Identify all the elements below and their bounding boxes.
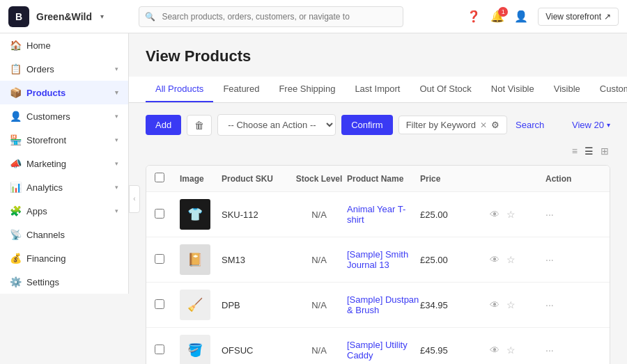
sidebar-item-label: Analytics (26, 182, 109, 193)
product-price: £45.95 (420, 345, 490, 356)
sidebar-item-apps[interactable]: 🧩 Apps ▾ (0, 199, 128, 223)
row-select-checkbox[interactable] (155, 254, 164, 264)
layout: 🏠 Home 📋 Orders ▾ 📦 Products ▾ 👤 Custome… (0, 33, 627, 364)
list-view-compact-button[interactable]: ≡ (571, 144, 579, 158)
sidebar-item-marketing[interactable]: 📣 Marketing ▾ (0, 152, 128, 175)
tab-free-shipping[interactable]: Free Shipping (269, 77, 345, 102)
row-checkbox (155, 209, 180, 221)
more-options-icon[interactable]: ··· (545, 299, 554, 310)
action-icons: 👁 ☆ (490, 345, 545, 356)
row-more: ··· (545, 209, 601, 220)
view-storefront-button[interactable]: View storefront ↗ (538, 8, 619, 26)
product-image: 🧹 (180, 290, 222, 320)
sidebar-item-label: Settings (26, 277, 118, 287)
tab-all-products[interactable]: All Products (146, 77, 213, 102)
help-icon[interactable]: ❓ (467, 10, 481, 23)
filter-label: Filter by Keyword (406, 120, 476, 130)
main-content: View Products All Products Featured Free… (129, 33, 627, 364)
filter-adjust-icon[interactable]: ⚙ (491, 120, 500, 130)
apps-icon: 🧩 (10, 205, 21, 216)
sidebar-item-analytics[interactable]: 📊 Analytics ▾ (0, 175, 128, 199)
account-icon[interactable]: 👤 (514, 10, 528, 23)
product-name: [Sample] Dustpan & Brush (347, 294, 420, 315)
product-image: 📔 (180, 244, 222, 275)
table-row: 👕 SKU-112 N/A Animal Year T-shirt £25.00… (146, 192, 610, 237)
tab-not-visible[interactable]: Not Visible (481, 77, 544, 102)
tab-last-import[interactable]: Last Import (345, 77, 410, 102)
search-button[interactable]: Search (513, 120, 547, 130)
tab-featured[interactable]: Featured (213, 77, 269, 102)
search-input[interactable] (139, 6, 403, 27)
filter-close-icon[interactable]: ✕ (480, 120, 487, 130)
product-name: [Sample] Utility Caddy (347, 340, 420, 361)
product-sku: SKU-112 (222, 209, 291, 220)
tab-custom-views[interactable]: Custom Views (590, 77, 627, 102)
chevron-down-icon: ▾ (115, 113, 118, 120)
add-button[interactable]: Add (146, 115, 181, 135)
view-icon[interactable]: 👁 (490, 345, 500, 356)
view-icon[interactable]: 👁 (490, 299, 500, 310)
row-actions: 👁 ☆ (490, 299, 545, 310)
sidebar-item-settings[interactable]: ⚙️ Settings (0, 270, 128, 294)
sidebar-item-label: Orders (26, 64, 109, 74)
header-sku: Product SKU (222, 174, 291, 184)
sidebar-collapse-button[interactable]: ‹ (129, 185, 140, 213)
confirm-button[interactable]: Confirm (341, 115, 393, 135)
tab-visible[interactable]: Visible (544, 77, 590, 102)
sidebar-item-label: Marketing (26, 159, 109, 169)
sidebar-item-storefront[interactable]: 🏪 Storefront ▾ (0, 128, 128, 152)
stock-level: N/A (291, 255, 347, 265)
row-checkbox (155, 254, 180, 266)
table-row: 🪣 OFSUC N/A [Sample] Utility Caddy £45.9… (146, 328, 610, 364)
stock-level: N/A (291, 300, 347, 310)
sidebar-item-channels[interactable]: 📡 Channels (0, 223, 128, 246)
star-icon[interactable]: ☆ (506, 209, 516, 220)
more-options-icon[interactable]: ··· (545, 209, 554, 220)
product-link[interactable]: Animal Year T-shirt (347, 204, 405, 225)
product-link[interactable]: [Sample] Smith Journal 13 (347, 249, 408, 270)
action-select[interactable]: -- Choose an Action -- (217, 114, 336, 136)
storefront-icon: 🏪 (10, 134, 21, 145)
more-options-icon[interactable]: ··· (545, 345, 554, 356)
more-options-icon[interactable]: ··· (545, 254, 554, 265)
star-icon[interactable]: ☆ (506, 345, 516, 356)
row-actions: 👁 ☆ (490, 345, 545, 356)
notification-badge: 1 (498, 7, 508, 17)
view-count-chevron-icon[interactable]: ▾ (607, 121, 610, 129)
grid-view-button[interactable]: ⊞ (599, 144, 610, 158)
table-header: Image Product SKU Stock Level Product Na… (146, 166, 610, 192)
notifications-icon[interactable]: 🔔 1 (490, 10, 504, 23)
row-select-checkbox[interactable] (155, 299, 164, 309)
chevron-down-icon: ▾ (115, 184, 118, 191)
product-image: 👕 (180, 199, 222, 230)
header-price: Price (420, 174, 490, 184)
sidebar: 🏠 Home 📋 Orders ▾ 📦 Products ▾ 👤 Custome… (0, 33, 129, 294)
chevron-down-icon: ▾ (115, 160, 118, 167)
star-icon[interactable]: ☆ (506, 299, 516, 310)
delete-button[interactable]: 🗑 (187, 115, 212, 136)
search-icon: 🔍 (145, 12, 155, 22)
star-icon[interactable]: ☆ (506, 254, 516, 265)
view-icon[interactable]: 👁 (490, 254, 500, 265)
sidebar-item-orders[interactable]: 📋 Orders ▾ (0, 57, 128, 81)
list-view-button[interactable]: ☰ (583, 144, 595, 158)
product-link[interactable]: [Sample] Utility Caddy (347, 340, 408, 361)
row-more: ··· (545, 299, 601, 310)
sidebar-item-financing[interactable]: 💰 Financing (0, 246, 128, 270)
select-all-checkbox[interactable] (155, 173, 164, 182)
external-link-icon: ↗ (604, 12, 611, 22)
stock-level: N/A (291, 345, 347, 356)
row-select-checkbox[interactable] (155, 209, 164, 219)
action-icons: 👁 ☆ (490, 299, 545, 310)
sidebar-item-customers[interactable]: 👤 Customers ▾ (0, 104, 128, 128)
sidebar-item-home[interactable]: 🏠 Home (0, 33, 128, 57)
sidebar-item-products[interactable]: 📦 Products ▾ (0, 81, 128, 104)
tab-out-of-stock[interactable]: Out Of Stock (410, 77, 481, 102)
products-icon: 📦 (10, 87, 21, 98)
product-link[interactable]: [Sample] Dustpan & Brush (347, 294, 419, 315)
view-count[interactable]: View 20 (572, 120, 604, 130)
row-select-checkbox[interactable] (155, 345, 164, 354)
tabs-bar: All Products Featured Free Shipping Last… (129, 77, 627, 103)
view-icon[interactable]: 👁 (490, 209, 500, 220)
brand-chevron-icon[interactable]: ▾ (100, 13, 104, 20)
